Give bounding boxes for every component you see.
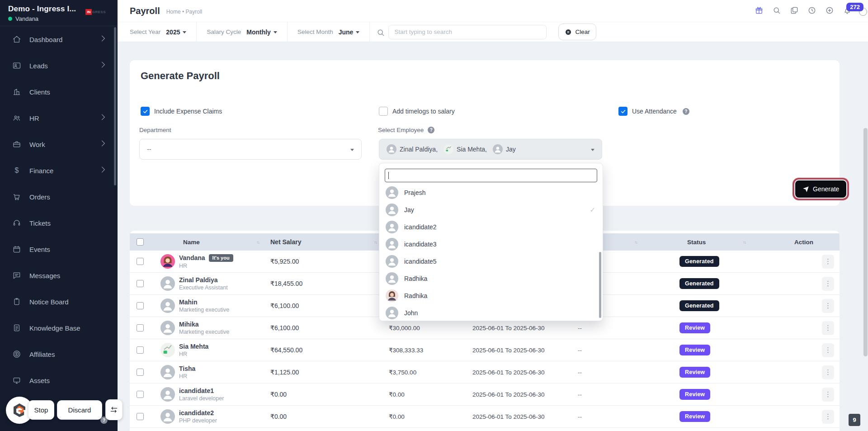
swap-button[interactable] — [105, 399, 123, 420]
employee-option[interactable]: Prajesh — [379, 184, 603, 201]
sidebar-item-dashboard[interactable]: Dashboard — [0, 26, 118, 52]
row-checkbox[interactable] — [137, 369, 144, 376]
sidebar-item-events[interactable]: Events — [0, 236, 118, 262]
employee-label: Select Employee ? — [378, 127, 434, 133]
calendar-icon — [12, 244, 22, 254]
selected-employee-chip: Sia Mehta, — [443, 144, 487, 154]
status-badge: Generated — [679, 256, 719, 267]
recorder-overlay: ? Stop Discard — [0, 391, 136, 431]
page-scrollbar[interactable] — [863, 128, 868, 356]
employee-dropdown: Prajesh Jay ✓ icandidate2 icandidate3 ic… — [379, 163, 603, 321]
table-row: TishaHR ₹1,125.00 ₹3,750.00 2025-06-01 T… — [130, 361, 840, 384]
sort-icon[interactable]: ↑↓ — [743, 240, 745, 245]
kebab-icon: ⋮ — [825, 346, 831, 354]
employee-option[interactable]: icandidate5 — [379, 253, 603, 270]
employee-option[interactable]: icandidate2 — [379, 218, 603, 236]
month-filter-dropdown[interactable]: June — [339, 28, 360, 36]
clear-button[interactable]: Clear — [558, 24, 596, 40]
department-select[interactable]: -- — [139, 139, 362, 160]
notes-icon[interactable] — [790, 6, 800, 16]
net-salary: ₹0.00 — [264, 391, 381, 398]
row-actions-button[interactable]: ⋮ — [822, 410, 834, 424]
help-icon[interactable]: ? — [428, 127, 434, 133]
cycle-filter-dropdown[interactable]: Monthly — [246, 28, 277, 36]
discard-button[interactable]: Discard — [57, 400, 102, 420]
sidebar-scrollbar[interactable] — [114, 27, 116, 185]
sidebar-item-leads[interactable]: Leads — [0, 52, 118, 79]
employee-option[interactable]: John — [379, 304, 603, 322]
sidebar-item-affiliates[interactable]: Affiliates — [0, 341, 118, 367]
briefcase-icon — [12, 139, 22, 149]
sidebar-item-notice-board[interactable]: Notice Board — [0, 289, 118, 315]
sidebar-item-assets[interactable]: Assets — [0, 367, 118, 393]
plus-circle-icon[interactable] — [825, 6, 835, 16]
selected-employee-chip: Jay — [493, 144, 516, 154]
salary: ₹30,000.00 — [381, 324, 467, 332]
include-expense-claims-checkbox[interactable] — [141, 107, 150, 116]
sidebar-item-messages[interactable]: Messages — [0, 262, 118, 289]
pay-period: 2025-06-01 To 2025-06-30 — [467, 347, 573, 354]
sort-icon[interactable]: ↑↓ — [256, 240, 259, 245]
user-name: Vandana — [15, 15, 38, 22]
sidebar-item-orders[interactable]: Orders — [0, 184, 118, 210]
row-checkbox[interactable] — [137, 324, 144, 332]
sidebar-item-tickets[interactable]: Tickets — [0, 210, 118, 236]
col-name: Name — [183, 239, 200, 246]
card-title: Generate Payroll — [141, 70, 220, 82]
sidebar-item-clients[interactable]: Clients — [0, 79, 118, 105]
cycle-filter-label: Salary Cycle — [207, 28, 241, 35]
generate-button[interactable]: Generate — [795, 180, 846, 198]
row-actions-button[interactable]: ⋮ — [822, 388, 834, 402]
sidebar-item-work[interactable]: Work — [0, 131, 118, 157]
stop-button[interactable]: Stop — [28, 400, 54, 420]
sidebar-menu: Dashboard Leads Clients HR Work $ Financ… — [0, 26, 118, 393]
row-actions-button[interactable]: ⋮ — [822, 321, 834, 335]
row-checkbox[interactable] — [137, 391, 144, 398]
row-actions-button[interactable]: ⋮ — [822, 343, 834, 357]
avatar — [160, 254, 175, 269]
employee-name: Mahin — [179, 298, 197, 306]
sidebar-item-finance[interactable]: $ Finance — [0, 157, 118, 184]
row-actions-button[interactable]: ⋮ — [822, 255, 834, 269]
building-icon — [12, 87, 22, 97]
employee-option[interactable]: Radhika — [379, 270, 603, 287]
row-checkbox[interactable] — [137, 413, 144, 420]
select-all-checkbox[interactable] — [137, 238, 144, 246]
employee-name: Mihika — [179, 321, 199, 328]
search-input[interactable] — [388, 25, 547, 39]
sort-icon[interactable]: ↑↓ — [374, 240, 377, 245]
chevron-right-icon — [99, 139, 108, 150]
employee-option[interactable]: Jay ✓ — [379, 201, 603, 218]
divider — [369, 22, 370, 42]
sidebar-header: Demo - Ingress I... Vandana IN GRESS — [0, 0, 118, 26]
bell-icon[interactable]: 272 — [843, 6, 853, 16]
x-circle-icon — [565, 28, 572, 36]
dollar-icon: $ — [12, 166, 22, 175]
hexagon-logo-icon — [11, 402, 28, 418]
dropdown-scrollbar[interactable] — [599, 252, 601, 318]
row-actions-button[interactable]: ⋮ — [822, 299, 834, 313]
sort-icon[interactable]: ↑↓ — [634, 240, 637, 245]
notification-count-badge[interactable]: 272 — [846, 3, 863, 11]
check-icon: ✓ — [590, 206, 595, 214]
row-actions-button[interactable]: ⋮ — [822, 277, 834, 291]
row-actions-button[interactable]: ⋮ — [822, 365, 834, 379]
help-icon[interactable]: ? — [683, 108, 689, 115]
clock-icon[interactable] — [807, 6, 817, 16]
employee-option[interactable]: icandidate3 — [379, 236, 603, 253]
row-checkbox[interactable] — [137, 280, 144, 287]
search-icon[interactable] — [772, 6, 782, 16]
use-attendance-checkbox[interactable] — [618, 107, 627, 116]
employee-option[interactable]: Radhika — [379, 287, 603, 304]
row-checkbox[interactable] — [137, 302, 144, 309]
gift-icon[interactable] — [755, 6, 764, 16]
sidebar-item-knowledge-base[interactable]: Knowledge Base — [0, 315, 118, 341]
employee-multiselect[interactable]: Zinal Paldiya, Sia Mehta, Jay — [379, 139, 602, 160]
breadcrumb: Home • Payroll — [166, 9, 203, 15]
add-timelogs-checkbox[interactable] — [379, 107, 388, 116]
row-checkbox[interactable] — [137, 258, 144, 265]
year-filter-dropdown[interactable]: 2025 — [166, 28, 186, 36]
row-checkbox[interactable] — [137, 346, 144, 354]
employee-search-input[interactable] — [385, 169, 597, 182]
sidebar-item-hr[interactable]: HR — [0, 105, 118, 131]
